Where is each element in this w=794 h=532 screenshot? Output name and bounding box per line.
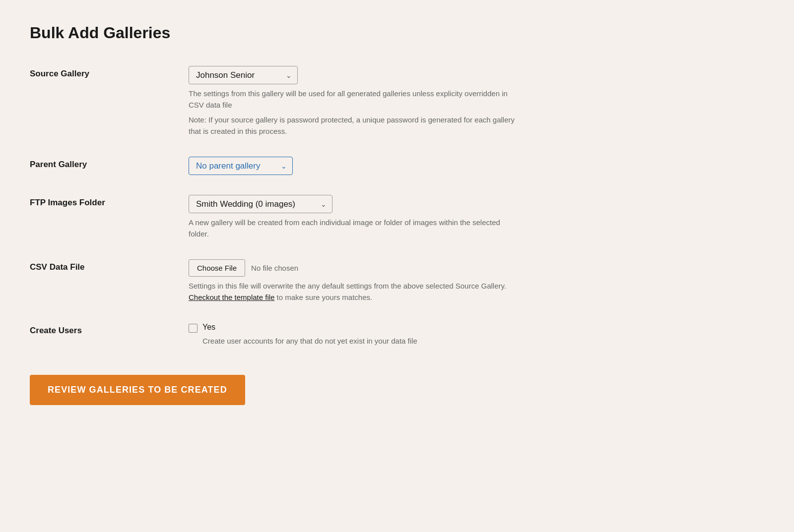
ftp-images-folder-select[interactable]: Smith Wedding (0 images) Johnson Senior … — [189, 195, 332, 213]
parent-gallery-row: Parent Gallery No parent gallery Johnson… — [30, 157, 516, 175]
source-gallery-select[interactable]: Johnson Senior Smith Wedding Brown Famil… — [189, 66, 298, 84]
create-users-control: Yes Create user accounts for any that do… — [189, 323, 516, 347]
csv-data-file-label: CSV Data File — [30, 259, 189, 272]
csv-data-file-row: CSV Data File Choose File No file chosen… — [30, 259, 516, 303]
csv-help-text-2: to make sure yours matches. — [277, 293, 373, 301]
checkout-template-link[interactable]: Checkout the template file — [189, 293, 274, 301]
source-gallery-help-text-2: Note: If your source gallery is password… — [189, 115, 516, 137]
file-input-row: Choose File No file chosen — [189, 259, 516, 277]
choose-file-button[interactable]: Choose File — [189, 259, 245, 277]
csv-help-text: Settings in this file will overwrite the… — [189, 281, 516, 303]
source-gallery-control: Johnson Senior Smith Wedding Brown Famil… — [189, 66, 516, 137]
ftp-images-folder-help-text: A new gallery will be created from each … — [189, 217, 516, 239]
review-button-container: REVIEW GALLERIES TO BE CREATED — [30, 367, 516, 405]
source-gallery-select-wrapper: Johnson Senior Smith Wedding Brown Famil… — [189, 66, 298, 84]
source-gallery-label: Source Gallery — [30, 66, 189, 79]
create-users-checkbox-row: Yes Create user accounts for any that do… — [189, 323, 516, 347]
parent-gallery-control: No parent gallery Johnson Senior Smith W… — [189, 157, 516, 175]
page-title: Bulk Add Galleries — [30, 24, 516, 42]
csv-data-file-control: Choose File No file chosen Settings in t… — [189, 259, 516, 303]
ftp-images-folder-label: FTP Images Folder — [30, 195, 189, 208]
review-galleries-button[interactable]: REVIEW GALLERIES TO BE CREATED — [30, 375, 245, 405]
create-users-help-text: Create user accounts for any that do not… — [202, 336, 417, 347]
create-users-label-area: Yes Create user accounts for any that do… — [202, 323, 417, 347]
create-users-label: Create Users — [30, 323, 189, 336]
no-file-chosen-text: No file chosen — [251, 264, 298, 272]
source-gallery-help-text-1: The settings from this gallery will be u… — [189, 88, 516, 111]
create-users-checkbox[interactable] — [189, 324, 198, 333]
source-gallery-row: Source Gallery Johnson Senior Smith Wedd… — [30, 66, 516, 137]
create-users-yes-label: Yes — [202, 323, 417, 332]
ftp-images-folder-row: FTP Images Folder Smith Wedding (0 image… — [30, 195, 516, 239]
csv-help-text-1: Settings in this file will overwrite the… — [189, 282, 506, 290]
create-users-row: Create Users Yes Create user accounts fo… — [30, 323, 516, 347]
ftp-images-folder-control: Smith Wedding (0 images) Johnson Senior … — [189, 195, 516, 239]
parent-gallery-select-wrapper: No parent gallery Johnson Senior Smith W… — [189, 157, 293, 175]
page-container: Bulk Add Galleries Source Gallery Johnso… — [0, 0, 546, 429]
parent-gallery-select[interactable]: No parent gallery Johnson Senior Smith W… — [189, 157, 293, 175]
parent-gallery-label: Parent Gallery — [30, 157, 189, 170]
ftp-images-folder-select-wrapper: Smith Wedding (0 images) Johnson Senior … — [189, 195, 332, 213]
